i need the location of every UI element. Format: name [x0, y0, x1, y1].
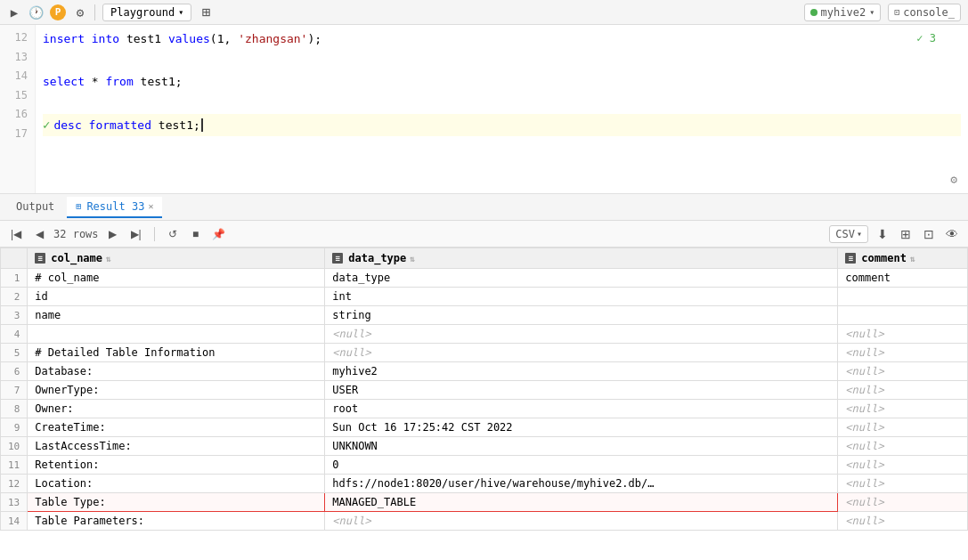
stop-button[interactable]: ■ [187, 225, 205, 243]
chevron-down-icon: ▾ [178, 7, 183, 17]
table-row[interactable]: 10LastAccessTime:UNKNOWN<null> [1, 437, 968, 456]
sort-icon[interactable]: ⇅ [410, 254, 415, 264]
row-number: 12 [1, 475, 28, 493]
col-name-icon: ≡ [35, 253, 45, 264]
tab-output-label: Output [16, 200, 54, 213]
cell-data-type: UNKNOWN [325, 437, 838, 456]
row-number: 3 [1, 306, 28, 325]
data-table-wrap: ≡ col_name ⇅ ≡ data_type ⇅ ≡ comment [0, 248, 968, 560]
col-header-rownum [1, 248, 28, 269]
profile-button[interactable]: P [50, 4, 66, 20]
tab-result[interactable]: ⊞ Result 33 ✕ [67, 197, 162, 218]
csv-label: CSV [835, 228, 855, 240]
refresh-button[interactable]: ↺ [164, 225, 182, 243]
cell-data-type: string [325, 306, 838, 325]
code-line-12: insert into test1 values(1, 'zhangsan'); [43, 28, 961, 50]
data-table: ≡ col_name ⇅ ≡ data_type ⇅ ≡ comment [0, 248, 968, 531]
row-number: 14 [1, 512, 28, 531]
sort-icon[interactable]: ⇅ [910, 254, 915, 264]
connection2-badge[interactable]: ⊡ console_ [888, 4, 961, 21]
cell-col-name: Table Type: [28, 493, 325, 512]
playground-button[interactable]: Playground ▾ [102, 4, 191, 21]
pin-button[interactable]: 📌 [210, 225, 228, 243]
table-icon[interactable]: ⊞ [199, 5, 213, 20]
table-row[interactable]: 3namestring [1, 306, 968, 325]
connection1-badge[interactable]: myhive2 ▾ [804, 4, 882, 21]
row-number: 4 [1, 325, 28, 344]
cell-comment [838, 288, 968, 306]
csv-button[interactable]: CSV ▾ [829, 225, 868, 243]
console-icon: ⊡ [894, 7, 899, 17]
first-page-button[interactable]: |◀ [7, 225, 25, 243]
tab-close-button[interactable]: ✕ [148, 201, 153, 211]
cell-comment: comment [838, 269, 968, 288]
check-badge-area: ✓ 3 [916, 32, 936, 45]
cell-comment: <null> [838, 475, 968, 493]
run-button[interactable]: ▶ [7, 5, 21, 20]
sort-icon[interactable]: ⇅ [106, 254, 111, 264]
success-check-icon: ✓ [43, 114, 50, 136]
cell-col-name: Location: [28, 475, 325, 493]
table-row[interactable]: 13Table Type:MANAGED_TABLE<null> [1, 493, 968, 512]
next-page-button[interactable]: ▶ [104, 225, 122, 243]
history-button[interactable]: 🕐 [28, 5, 43, 20]
row-number: 5 [1, 344, 28, 362]
row-number: 8 [1, 400, 28, 418]
col-header-col-name[interactable]: ≡ col_name ⇅ [28, 248, 325, 269]
cell-comment: <null> [838, 362, 968, 381]
connection2-label: console_ [903, 6, 955, 19]
line-numbers: 12 13 14 15 16 17 [0, 25, 36, 193]
cell-comment: <null> [838, 344, 968, 362]
tab-output[interactable]: Output [7, 197, 63, 218]
table-row[interactable]: 4<null><null> [1, 325, 968, 344]
cell-comment: <null> [838, 418, 968, 437]
cell-col-name: OwnerType: [28, 381, 325, 400]
table-row[interactable]: 7OwnerType:USER<null> [1, 381, 968, 400]
editor-area: 12 13 14 15 16 17 insert into test1 valu… [0, 25, 968, 194]
editor-settings-button[interactable]: ⚙ [950, 173, 957, 186]
tab-result-label: Result 33 [86, 200, 144, 213]
prev-page-button[interactable]: ◀ [30, 225, 48, 243]
expand-button[interactable]: ⊡ [920, 225, 938, 243]
table-row[interactable]: 11Retention:0<null> [1, 456, 968, 475]
cell-data-type: data_type [325, 269, 838, 288]
table-row[interactable]: 14Table Parameters:<null><null> [1, 512, 968, 531]
col-header-comment[interactable]: ≡ comment ⇅ [838, 248, 968, 269]
cell-data-type: 0 [325, 456, 838, 475]
view-button[interactable]: 👁 [943, 225, 961, 243]
cell-data-type: hdfs://node1:8020/user/hive/warehouse/my… [325, 475, 838, 493]
table-row[interactable]: 8Owner:root<null> [1, 400, 968, 418]
code-line-17 [43, 136, 961, 158]
cell-col-name: Owner: [28, 400, 325, 418]
table-row[interactable]: 9CreateTime:Sun Oct 16 17:25:42 CST 2022… [1, 418, 968, 437]
row-number: 13 [1, 493, 28, 512]
cell-comment: <null> [838, 493, 968, 512]
table-small-icon: ⊞ [76, 201, 81, 211]
cell-col-name: CreateTime: [28, 418, 325, 437]
last-page-button[interactable]: ▶| [127, 225, 145, 243]
table-row[interactable]: 12Location:hdfs://node1:8020/user/hive/w… [1, 475, 968, 493]
col-header-data-type[interactable]: ≡ data_type ⇅ [325, 248, 838, 269]
table-row[interactable]: 5# Detailed Table Information<null><null… [1, 344, 968, 362]
check-count: ✓ 3 [916, 32, 936, 45]
code-line-16: ✓ desc formatted test1; [43, 114, 961, 136]
cell-col-name: Table Parameters: [28, 512, 325, 531]
table-row[interactable]: 6Database:myhive2<null> [1, 362, 968, 381]
code-editor[interactable]: insert into test1 values(1, 'zhangsan');… [36, 25, 968, 193]
table-row[interactable]: 1# col_namedata_typecomment [1, 269, 968, 288]
connection-status-dot [810, 9, 818, 16]
cell-comment: <null> [838, 437, 968, 456]
cell-data-type: USER [325, 381, 838, 400]
cell-col-name: # Detailed Table Information [28, 344, 325, 362]
cell-col-name: id [28, 288, 325, 306]
settings-button[interactable]: ⚙ [73, 5, 87, 20]
playground-label: Playground [110, 6, 175, 19]
rows-label: 32 rows [53, 228, 99, 240]
cell-col-name: Database: [28, 362, 325, 381]
download-button[interactable]: ⬇ [874, 225, 891, 243]
filter-button[interactable]: ⊞ [897, 225, 915, 243]
cell-comment: <null> [838, 512, 968, 531]
table-row[interactable]: 2idint [1, 288, 968, 306]
cell-col-name: # col_name [28, 269, 325, 288]
cell-comment: <null> [838, 381, 968, 400]
